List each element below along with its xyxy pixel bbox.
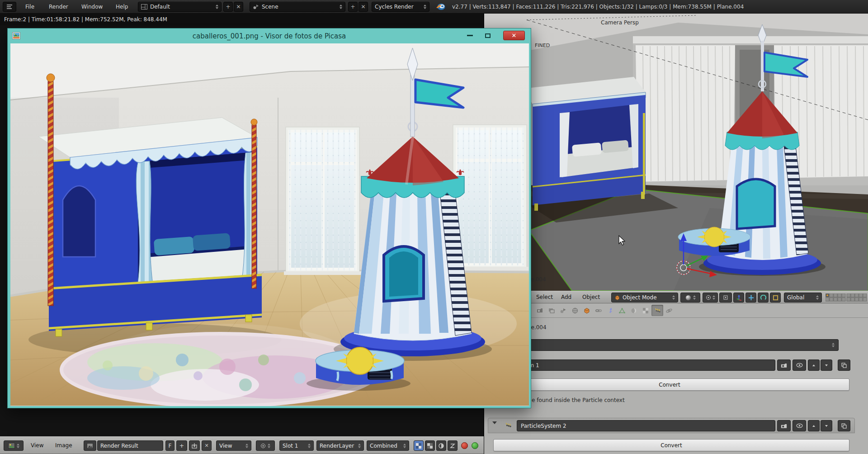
- move-up-button-1[interactable]: [808, 359, 820, 371]
- picasa-viewer-window[interactable]: caballeros_001.png - Visor de fotos de P…: [7, 28, 531, 408]
- scene-selector[interactable]: Scene: [250, 2, 345, 12]
- new-image-button[interactable]: +: [176, 440, 187, 451]
- menu-select[interactable]: Select: [533, 291, 556, 303]
- draw-channel-color-alpha-toggle[interactable]: [414, 440, 424, 451]
- add-layout-button[interactable]: +: [223, 2, 233, 12]
- layers-widget[interactable]: [826, 293, 867, 302]
- menu-image[interactable]: Image: [52, 437, 75, 454]
- convert-label-2: Convert: [660, 442, 682, 449]
- menu-help[interactable]: Help: [112, 0, 132, 14]
- menu-add[interactable]: Add: [558, 291, 574, 303]
- picasa-photo-area: [10, 43, 529, 406]
- checker-icon: [427, 443, 433, 449]
- move-down-button-2[interactable]: [821, 420, 832, 431]
- tab-physics[interactable]: [663, 305, 675, 316]
- window-right: [451, 125, 528, 270]
- move-up-button-2[interactable]: [808, 420, 820, 431]
- viewport-3d[interactable]: Camera Persp FINED Plane.004: [484, 14, 868, 291]
- minimize-button[interactable]: [462, 31, 477, 40]
- menu-object[interactable]: Object: [580, 291, 603, 303]
- scene-statistics: v2.77 | Verts:113,847 | Faces:111,226 | …: [452, 0, 744, 14]
- particles-render-toggle-1[interactable]: [777, 359, 791, 371]
- copy-icon: [841, 423, 847, 429]
- fake-user-button[interactable]: F: [165, 440, 175, 451]
- translate-manipulator-button[interactable]: [745, 293, 756, 303]
- material-tab-icon: [630, 307, 637, 314]
- play-indicator[interactable]: [472, 442, 478, 449]
- scale-manipulator-button[interactable]: [770, 293, 781, 303]
- particle-system-2-name-field[interactable]: ParticleSystem 2: [517, 420, 775, 431]
- picasa-titlebar[interactable]: caballeros_001.png - Visor de fotos de P…: [8, 28, 531, 43]
- expand-triangle-icon[interactable]: [492, 424, 497, 433]
- tab-world[interactable]: [569, 305, 581, 316]
- particles-render-toggle-2[interactable]: [777, 420, 791, 431]
- move-down-button-1[interactable]: [821, 359, 832, 371]
- convert-button-1[interactable]: Convert: [490, 378, 849, 391]
- tab-particles[interactable]: [651, 305, 663, 316]
- particle-slot-dropdown[interactable]: [490, 339, 839, 351]
- zbuffer-icon: [450, 443, 455, 449]
- image-datablock-icon-button[interactable]: [84, 440, 96, 451]
- tab-render[interactable]: [534, 305, 546, 316]
- tab-data[interactable]: [616, 305, 628, 316]
- tab-constraints[interactable]: [593, 305, 604, 316]
- render-pass-selector[interactable]: Combined: [367, 440, 409, 451]
- render-toggle-icon: [781, 423, 787, 429]
- image-datablock-name[interactable]: Render Result: [97, 440, 163, 451]
- draw-channel-z-toggle[interactable]: [448, 440, 458, 451]
- editor-type-selector[interactable]: [3, 2, 16, 12]
- record-indicator[interactable]: [461, 442, 468, 449]
- modifiers-tab-icon: [607, 307, 614, 314]
- display-mode-selector[interactable]: View: [216, 440, 251, 451]
- delete-scene-button[interactable]: ✕: [359, 2, 368, 12]
- particles-visibility-toggle-2[interactable]: [793, 420, 806, 431]
- pack-image-button[interactable]: [189, 440, 200, 451]
- world-tab-icon: [571, 307, 579, 314]
- unlink-image-button[interactable]: ✕: [202, 440, 212, 451]
- close-button[interactable]: ✕: [503, 31, 525, 40]
- screen-layout-name: Default: [150, 4, 170, 10]
- pack-icon: [192, 443, 197, 449]
- tab-scene[interactable]: [557, 305, 569, 316]
- particle-system-2-name: ParticleSystem 2: [521, 423, 566, 429]
- eye-icon: [796, 423, 803, 428]
- viewport-shading-selector[interactable]: [680, 293, 700, 303]
- pivot-align-toggle[interactable]: [719, 293, 732, 303]
- menu-render[interactable]: Render: [45, 0, 72, 14]
- screen-layout-selector[interactable]: Default: [138, 2, 222, 12]
- copy-particle-settings-button-1[interactable]: [838, 359, 850, 371]
- tab-texture[interactable]: [640, 305, 651, 316]
- mode-selector[interactable]: Object Mode: [611, 293, 678, 303]
- rotate-manipulator-button[interactable]: [758, 293, 769, 303]
- particles-visibility-toggle-1[interactable]: [793, 359, 806, 371]
- manipulator-toggle[interactable]: [733, 293, 744, 303]
- particle-system-1-name-field[interactable]: ParticleSystem 1: [490, 359, 775, 371]
- draw-channel-alpha-toggle[interactable]: [436, 440, 446, 451]
- tab-modifiers[interactable]: [604, 305, 616, 316]
- maximize-button[interactable]: [481, 31, 495, 40]
- menu-window[interactable]: Window: [78, 0, 106, 14]
- pivot-icon: [706, 295, 711, 300]
- tab-object[interactable]: [581, 305, 593, 316]
- tab-material[interactable]: [628, 305, 640, 316]
- tab-render-layers[interactable]: [546, 305, 557, 316]
- editor-type-selector-image[interactable]: [4, 440, 24, 451]
- pivot-center-selector[interactable]: [703, 293, 718, 303]
- menu-view-image-editor[interactable]: View: [28, 437, 46, 454]
- add-scene-button[interactable]: +: [348, 2, 358, 12]
- scale-icon: [773, 295, 778, 301]
- transform-orientation-selector[interactable]: Global: [784, 293, 822, 303]
- copy-particle-settings-button-2[interactable]: [838, 420, 850, 431]
- menu-file[interactable]: File: [22, 0, 38, 14]
- pivot-selector-image[interactable]: [256, 440, 275, 451]
- render-engine-selector[interactable]: Cycles Render: [372, 2, 429, 12]
- delete-layout-button[interactable]: ✕: [234, 2, 243, 12]
- render-layer-label: RenderLayer: [320, 443, 354, 449]
- slot-selector[interactable]: Slot 1: [279, 440, 314, 451]
- convert-button-2[interactable]: Convert: [493, 439, 849, 451]
- draw-channel-color-toggle[interactable]: [425, 440, 435, 451]
- close-icon: ✕: [512, 32, 517, 39]
- translate-icon: [748, 295, 754, 301]
- render-layer-selector[interactable]: RenderLayer: [316, 440, 364, 451]
- manipulator-axis-icon: [736, 295, 742, 301]
